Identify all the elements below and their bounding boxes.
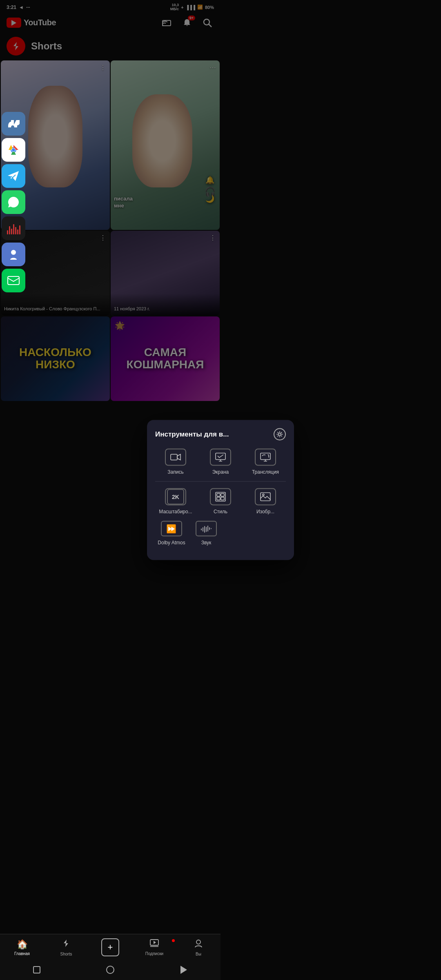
screen-tool[interactable]: Экрана bbox=[200, 449, 220, 475]
style-tool[interactable]: Стиль bbox=[200, 488, 220, 490]
svg-point-8 bbox=[11, 250, 16, 255]
scale-tool[interactable]: 2K Масштабиро... bbox=[155, 488, 196, 490]
audio-app-icon[interactable] bbox=[2, 216, 25, 240]
tools-row-2: 2K Масштабиро... Стиль bbox=[155, 488, 220, 490]
sidebar-apps bbox=[0, 110, 33, 294]
screen-icon bbox=[210, 449, 220, 466]
toolbar-section-2: 2K Масштабиро... Стиль bbox=[155, 488, 220, 490]
speak-app-icon[interactable] bbox=[2, 243, 25, 266]
svg-rect-9 bbox=[8, 276, 19, 285]
vk-app-icon[interactable] bbox=[2, 112, 25, 136]
toolbar-divider bbox=[155, 481, 220, 482]
mail-app-icon[interactable] bbox=[2, 269, 25, 292]
toolbar-title: Инструменты для в... bbox=[155, 430, 220, 439]
svg-point-7 bbox=[12, 148, 15, 151]
toolbar-header: Инструменты для в... bbox=[155, 428, 220, 441]
main-tools-row: Запись Экрана bbox=[155, 449, 220, 475]
record-icon bbox=[165, 449, 186, 466]
scale-icon: 2K bbox=[165, 488, 186, 490]
overlay-backdrop[interactable] bbox=[0, 0, 220, 490]
record-label: Запись bbox=[167, 469, 183, 475]
style-icon bbox=[210, 488, 220, 490]
toolbar-panel: Инструменты для в... Запись bbox=[147, 420, 220, 490]
chrome-app-icon[interactable] bbox=[2, 138, 25, 162]
telegram-app-icon[interactable] bbox=[2, 164, 25, 188]
2k-badge: 2K bbox=[167, 489, 184, 490]
record-tool[interactable]: Запись bbox=[155, 449, 196, 475]
whatsapp-app-icon[interactable] bbox=[2, 190, 25, 214]
screen-label: Экрана bbox=[212, 469, 220, 475]
svg-rect-11 bbox=[171, 454, 177, 460]
toolbar-tools-row-1: Запись Экрана bbox=[155, 449, 220, 475]
